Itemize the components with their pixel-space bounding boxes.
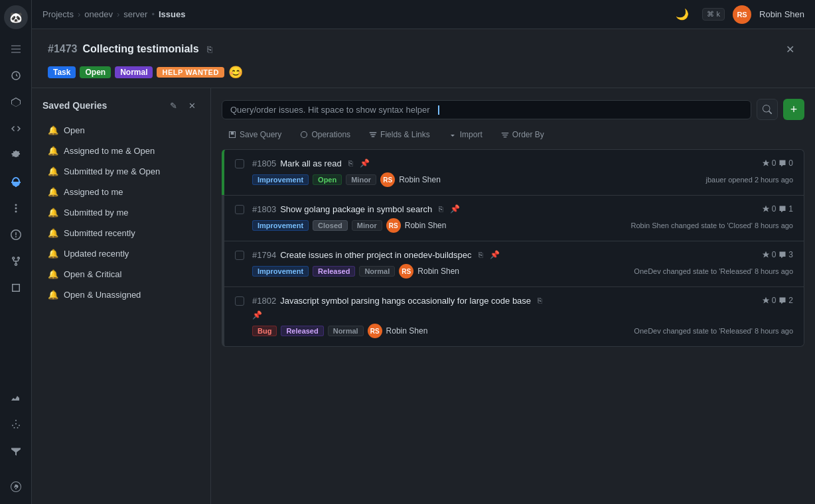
badge-normal: Normal (115, 66, 153, 78)
tag-improvement-1794: Improvement (252, 266, 309, 277)
tag-bug-1802: Bug (252, 326, 277, 336)
sidebar-item-menu[interactable] (4, 37, 28, 61)
copy-1794-button[interactable]: ⎘ (476, 249, 486, 260)
vote-count-1802: 0 (762, 296, 777, 305)
sidebar-item-code[interactable] (4, 117, 28, 141)
pin-1794-icon[interactable]: 📌 (490, 250, 500, 259)
server-link[interactable]: server (123, 9, 147, 19)
badge-open: Open (80, 66, 111, 78)
add-issue-button[interactable]: + (783, 99, 804, 120)
query-label-open: Open (64, 125, 85, 135)
edit-queries-button[interactable]: ✎ (165, 97, 181, 113)
sidebar-item-build[interactable] (4, 276, 28, 300)
tag-open-1805: Open (313, 174, 342, 185)
issue-checkbox-3[interactable] (235, 251, 244, 260)
copy-1803-button[interactable]: ⎘ (436, 204, 446, 214)
issue-meta-1805: Improvement Open Minor RS Robin Shen jba… (252, 172, 793, 187)
close-queries-button[interactable]: ✕ (184, 97, 200, 113)
bell-icon-unassigned: 🔔 (48, 290, 58, 300)
issue-checkbox-2[interactable] (235, 205, 244, 214)
shortcut-kbd[interactable]: ⌘ k (702, 8, 725, 21)
query-item-submitted-recently[interactable]: 🔔 Submitted recently (37, 223, 205, 243)
avatar-1794: RS (399, 264, 413, 279)
query-item-updated-recently[interactable]: 🔔 Updated recently (37, 244, 205, 263)
query-item-assigned[interactable]: 🔔 Assigned to me (37, 182, 205, 202)
tag-released-1802: Released (281, 326, 323, 336)
operations-link[interactable]: Operations (296, 128, 354, 141)
comment-count-1802: 2 (778, 296, 793, 305)
queries-header: Saved Queries ✎ ✕ (32, 88, 210, 120)
sidebar-item-filters[interactable] (4, 440, 28, 464)
issue-checkbox[interactable] (235, 159, 244, 168)
activity-1805: jbauer opened 2 hours ago (706, 176, 794, 184)
issue-actions-1805: 0 0 (762, 158, 793, 168)
issue-meta-1794: Improvement Released Normal RS Robin She… (252, 264, 793, 279)
tag-normal-1802: Normal (328, 326, 364, 336)
search-bar[interactable]: Query/order issues. Hit space to show sy… (222, 100, 751, 119)
issue-title-1805[interactable]: Mark all as read (280, 158, 341, 168)
issue-title-row: #1805 Mark all as read ⎘ 📌 0 (252, 158, 793, 168)
query-label-submitted-me: Submitted by me (64, 208, 129, 218)
sidebar-item-git[interactable] (4, 249, 28, 273)
onedev-link[interactable]: onedev (84, 9, 113, 19)
activity-1794: OneDev changed state to 'Released' 8 hou… (634, 267, 793, 275)
svg-point-4 (301, 132, 307, 138)
query-label-unassigned: Open & Unassigned (64, 290, 141, 300)
query-item-unassigned[interactable]: 🔔 Open & Unassigned (37, 285, 205, 304)
query-item-submitted-open[interactable]: 🔔 Submitted by me & Open (37, 162, 205, 181)
sidebar-item-stats[interactable] (4, 387, 28, 410)
import-link[interactable]: Import (445, 128, 486, 141)
sidebar-item-network[interactable] (4, 413, 28, 437)
sidebar-item-issues[interactable] (4, 223, 28, 247)
sidebar-item-dots[interactable] (4, 196, 28, 220)
projects-link[interactable]: Projects (42, 9, 74, 19)
user-avatar[interactable]: RS (733, 5, 751, 24)
copy-1802-button[interactable]: ⎘ (535, 295, 545, 306)
issue-checkbox-4[interactable] (235, 296, 244, 306)
app-logo[interactable]: 🐼 (4, 5, 28, 29)
pin-1805-icon[interactable]: 📌 (360, 158, 370, 168)
table-row: #1802 Javascript symbol parsing hangs oc… (222, 286, 804, 347)
issue-checkbox-area-4 (235, 295, 244, 338)
copy-title-button[interactable]: ⎘ (204, 43, 215, 56)
sidebar-item-help[interactable] (4, 475, 28, 499)
issue-meta-1802: Bug Released Normal RS Robin Shen OneDev… (252, 324, 793, 338)
issue-title-1803[interactable]: Show golang package in symbol search (280, 204, 432, 214)
queries-actions: ✎ ✕ (165, 97, 200, 113)
breadcrumb: Projects › onedev › server • Issues (42, 9, 185, 19)
copy-1805-button[interactable]: ⎘ (346, 158, 356, 168)
comment-count-1794: 3 (778, 250, 793, 259)
sidebar-item-rocket[interactable] (4, 170, 28, 194)
issue-number: #1473 (48, 43, 78, 55)
query-item-submitted-me[interactable]: 🔔 Submitted by me (37, 203, 205, 222)
query-item-assigned-open[interactable]: 🔔 Assigned to me & Open (37, 141, 205, 160)
save-query-link[interactable]: Save Query (224, 128, 285, 141)
query-item-critical[interactable]: 🔔 Open & Critical (37, 265, 205, 284)
issue-title-row-3: #1794 Create issues in other project in … (252, 249, 793, 260)
tag-normal-1794: Normal (359, 266, 395, 277)
issue-actions-1802: 0 2 (762, 296, 793, 305)
sidebar-item-settings[interactable] (4, 143, 28, 167)
issues-panel: Query/order issues. Hit space to show sy… (211, 88, 815, 504)
sidebar-item-dashboard[interactable] (4, 64, 28, 88)
search-button[interactable] (757, 99, 778, 120)
pin-1802-icon[interactable]: 📌 (252, 310, 262, 320)
issue-emoji: 😊 (228, 65, 243, 80)
order-by-link[interactable]: Order By (497, 128, 548, 141)
issue-title-1794[interactable]: Create issues in other project in onedev… (280, 250, 471, 260)
issue-checkbox-area (235, 158, 244, 187)
fields-links-link[interactable]: Fields & Links (365, 128, 434, 141)
tag-improvement-1803: Improvement (252, 220, 309, 231)
moon-icon[interactable]: 🌙 (670, 3, 694, 27)
vote-count-1794: 0 (762, 250, 777, 259)
sidebar-item-package[interactable] (4, 90, 28, 114)
issue-title-1802[interactable]: Javascript symbol parsing hangs occasion… (280, 296, 531, 306)
query-item-open[interactable]: 🔔 Open (37, 121, 205, 140)
issues-link[interactable]: Issues (159, 9, 185, 19)
issue-actions-1794: 0 3 (762, 250, 793, 259)
vote-count-1803: 0 (762, 204, 777, 214)
pin-1803-icon[interactable]: 📌 (450, 204, 460, 214)
issue-header-title[interactable]: Collecting testimonials (83, 43, 199, 55)
close-issue-button[interactable]: ✕ (780, 40, 799, 58)
svg-point-1 (15, 204, 17, 206)
